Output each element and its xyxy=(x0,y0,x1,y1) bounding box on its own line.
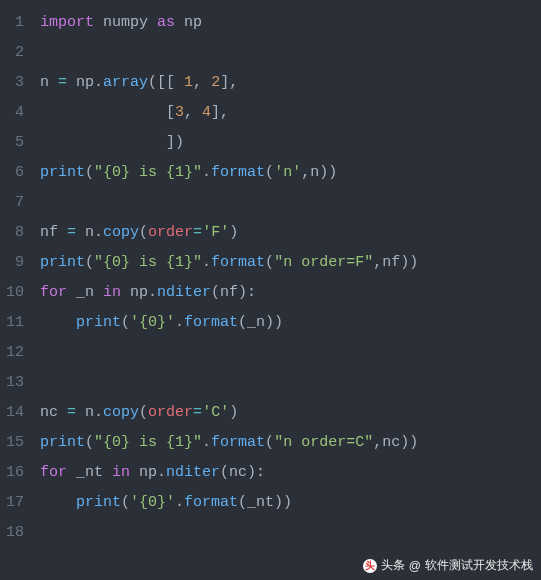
code-token: ) xyxy=(229,224,238,241)
code-token: nditer xyxy=(157,284,211,301)
code-token: in xyxy=(103,284,121,301)
code-token: , xyxy=(184,104,202,121)
code-token: = xyxy=(58,74,67,91)
line-number: 8 xyxy=(6,218,24,248)
code-token: for xyxy=(40,464,67,481)
code-line: print("{0} is {1}".format('n',n)) xyxy=(40,158,541,188)
code-line: nf = n.copy(order='F') xyxy=(40,218,541,248)
watermark-text: 软件测试开发技术栈 xyxy=(425,557,533,574)
code-token: ( xyxy=(139,224,148,241)
code-token: n. xyxy=(76,224,103,241)
code-token: ( xyxy=(139,404,148,421)
line-number: 16 xyxy=(6,458,24,488)
code-token: [ xyxy=(40,104,175,121)
code-token: nc xyxy=(40,404,67,421)
code-token: . xyxy=(202,434,211,451)
code-editor: 123456789101112131415161718 import numpy… xyxy=(0,0,541,580)
code-token: ( xyxy=(265,254,274,271)
code-line xyxy=(40,338,541,368)
code-line: ]) xyxy=(40,128,541,158)
code-token: "{0} is {1}" xyxy=(94,164,202,181)
line-number: 10 xyxy=(6,278,24,308)
code-token: np. xyxy=(67,74,103,91)
code-token: ], xyxy=(211,104,229,121)
code-line: print("{0} is {1}".format("n order=C",nc… xyxy=(40,428,541,458)
line-number: 18 xyxy=(6,518,24,548)
code-token: np xyxy=(184,14,202,31)
line-number: 6 xyxy=(6,158,24,188)
code-token: = xyxy=(193,404,202,421)
code-token: np. xyxy=(130,464,166,481)
code-token: ( xyxy=(85,254,94,271)
code-line xyxy=(40,188,541,218)
code-token: n xyxy=(40,74,58,91)
line-number: 11 xyxy=(6,308,24,338)
code-token xyxy=(40,314,76,331)
code-token xyxy=(175,14,184,31)
code-token: nf xyxy=(40,224,67,241)
code-token: 4 xyxy=(202,104,211,121)
code-token: as xyxy=(157,14,175,31)
line-number: 17 xyxy=(6,488,24,518)
code-token: ( xyxy=(121,494,130,511)
line-number: 3 xyxy=(6,68,24,98)
line-number: 1 xyxy=(6,8,24,38)
code-token: ,nf)) xyxy=(373,254,418,271)
code-token xyxy=(94,14,103,31)
code-token: (_nt)) xyxy=(238,494,292,511)
code-token: (nc): xyxy=(220,464,265,481)
code-token: "n order=F" xyxy=(274,254,373,271)
code-token: ) xyxy=(229,404,238,421)
code-area: import numpy as npn = np.array([[ 1, 2],… xyxy=(34,0,541,580)
line-number: 14 xyxy=(6,398,24,428)
code-token: . xyxy=(202,254,211,271)
code-token: (_n)) xyxy=(238,314,283,331)
code-line xyxy=(40,38,541,68)
code-token: print xyxy=(40,164,85,181)
code-token: ( xyxy=(265,434,274,451)
code-token: ( xyxy=(121,314,130,331)
code-line: n = np.array([[ 1, 2], xyxy=(40,68,541,98)
code-line: import numpy as np xyxy=(40,8,541,38)
line-number: 5 xyxy=(6,128,24,158)
code-token: in xyxy=(112,464,130,481)
code-token: order xyxy=(148,224,193,241)
line-number-gutter: 123456789101112131415161718 xyxy=(0,0,34,580)
code-line: print("{0} is {1}".format("n order=F",nf… xyxy=(40,248,541,278)
watermark: 头 头条 @ 软件测试开发技术栈 xyxy=(363,557,533,574)
code-token: 2 xyxy=(211,74,220,91)
code-line xyxy=(40,518,541,548)
code-token: print xyxy=(40,254,85,271)
code-token: ( xyxy=(85,434,94,451)
code-token: 'n' xyxy=(274,164,301,181)
watermark-prefix: 头条 xyxy=(381,557,405,574)
code-token: ]) xyxy=(40,134,184,151)
code-token: . xyxy=(202,164,211,181)
code-token: array xyxy=(103,74,148,91)
code-line xyxy=(40,368,541,398)
code-token: ,nc)) xyxy=(373,434,418,451)
code-token: "{0} is {1}" xyxy=(94,254,202,271)
code-token xyxy=(148,14,157,31)
code-token: format xyxy=(211,434,265,451)
code-token: format xyxy=(211,164,265,181)
code-line: print('{0}'.format(_n)) xyxy=(40,308,541,338)
code-token: _nt xyxy=(67,464,112,481)
code-token: = xyxy=(193,224,202,241)
code-token: 3 xyxy=(175,104,184,121)
code-token: = xyxy=(67,224,76,241)
code-token: np. xyxy=(121,284,157,301)
code-token: = xyxy=(67,404,76,421)
code-token: print xyxy=(40,434,85,451)
code-token: 1 xyxy=(184,74,193,91)
code-token: 'F' xyxy=(202,224,229,241)
code-line: [3, 4], xyxy=(40,98,541,128)
code-token: . xyxy=(175,494,184,511)
line-number: 4 xyxy=(6,98,24,128)
code-line: nc = n.copy(order='C') xyxy=(40,398,541,428)
line-number: 9 xyxy=(6,248,24,278)
line-number: 7 xyxy=(6,188,24,218)
code-token: _n xyxy=(67,284,103,301)
code-token: copy xyxy=(103,224,139,241)
code-token: '{0}' xyxy=(130,494,175,511)
